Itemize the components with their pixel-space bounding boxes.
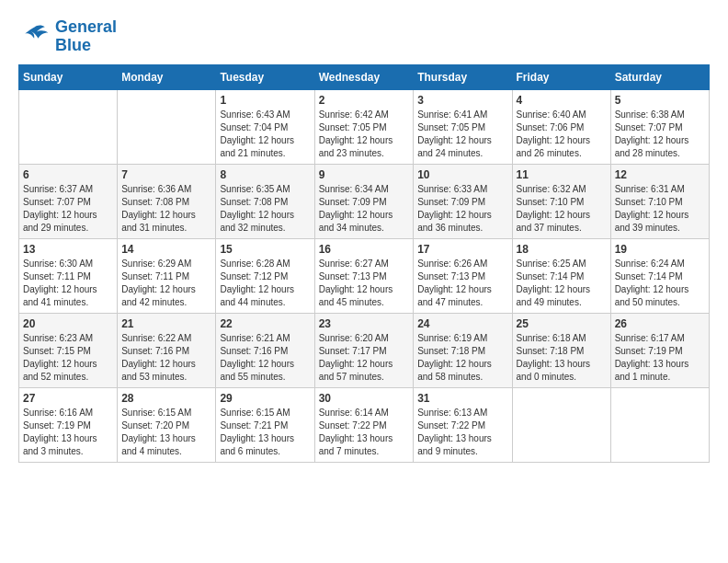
day-info: Sunrise: 6:37 AMSunset: 7:07 PMDaylight:… bbox=[23, 183, 113, 235]
calendar-cell: 30Sunrise: 6:14 AMSunset: 7:22 PMDayligh… bbox=[314, 387, 414, 462]
day-info: Sunrise: 6:42 AMSunset: 7:05 PMDaylight:… bbox=[319, 109, 410, 160]
day-info: Sunrise: 6:15 AMSunset: 7:21 PMDaylight:… bbox=[220, 407, 310, 458]
calendar-cell: 15Sunrise: 6:28 AMSunset: 7:12 PMDayligh… bbox=[216, 238, 314, 313]
day-info: Sunrise: 6:43 AMSunset: 7:04 PMDaylight:… bbox=[220, 109, 310, 160]
day-number: 30 bbox=[319, 392, 410, 405]
calendar-week-1: 1Sunrise: 6:43 AMSunset: 7:04 PMDaylight… bbox=[19, 89, 710, 164]
calendar-cell: 28Sunrise: 6:15 AMSunset: 7:20 PMDayligh… bbox=[118, 387, 216, 462]
logo-text: General Blue bbox=[55, 18, 117, 55]
day-number: 5 bbox=[615, 94, 705, 107]
calendar-week-4: 20Sunrise: 6:23 AMSunset: 7:15 PMDayligh… bbox=[19, 313, 710, 387]
calendar-cell: 29Sunrise: 6:15 AMSunset: 7:21 PMDayligh… bbox=[216, 387, 314, 462]
day-info: Sunrise: 6:33 AMSunset: 7:09 PMDaylight:… bbox=[417, 183, 507, 235]
calendar-cell: 20Sunrise: 6:23 AMSunset: 7:15 PMDayligh… bbox=[19, 313, 118, 387]
day-info: Sunrise: 6:14 AMSunset: 7:22 PMDaylight:… bbox=[319, 407, 410, 458]
calendar-cell: 19Sunrise: 6:24 AMSunset: 7:14 PMDayligh… bbox=[610, 238, 709, 313]
weekday-header-sunday: Sunday bbox=[19, 64, 118, 89]
day-number: 12 bbox=[615, 168, 705, 181]
weekday-header-thursday: Thursday bbox=[414, 64, 512, 89]
day-number: 3 bbox=[417, 94, 507, 107]
day-info: Sunrise: 6:15 AMSunset: 7:20 PMDaylight:… bbox=[121, 407, 211, 458]
calendar-cell bbox=[118, 89, 216, 164]
day-info: Sunrise: 6:22 AMSunset: 7:16 PMDaylight:… bbox=[121, 332, 211, 384]
logo-icon bbox=[18, 20, 51, 53]
calendar-cell: 4Sunrise: 6:40 AMSunset: 7:06 PMDaylight… bbox=[512, 89, 610, 164]
calendar-cell: 31Sunrise: 6:13 AMSunset: 7:22 PMDayligh… bbox=[414, 387, 512, 462]
calendar-cell: 21Sunrise: 6:22 AMSunset: 7:16 PMDayligh… bbox=[118, 313, 216, 387]
day-number: 19 bbox=[615, 243, 705, 256]
day-number: 10 bbox=[417, 168, 507, 181]
calendar-cell bbox=[512, 387, 610, 462]
calendar-cell bbox=[19, 89, 118, 164]
calendar-cell: 9Sunrise: 6:34 AMSunset: 7:09 PMDaylight… bbox=[314, 164, 414, 238]
day-number: 11 bbox=[517, 168, 607, 181]
day-number: 27 bbox=[23, 392, 113, 405]
day-info: Sunrise: 6:19 AMSunset: 7:18 PMDaylight:… bbox=[417, 332, 507, 384]
calendar-cell: 22Sunrise: 6:21 AMSunset: 7:16 PMDayligh… bbox=[216, 313, 314, 387]
day-info: Sunrise: 6:36 AMSunset: 7:08 PMDaylight:… bbox=[121, 183, 211, 235]
day-info: Sunrise: 6:24 AMSunset: 7:14 PMDaylight:… bbox=[615, 258, 705, 309]
day-info: Sunrise: 6:20 AMSunset: 7:17 PMDaylight:… bbox=[319, 332, 410, 384]
day-info: Sunrise: 6:13 AMSunset: 7:22 PMDaylight:… bbox=[417, 407, 507, 458]
day-number: 31 bbox=[417, 392, 507, 405]
day-number: 13 bbox=[23, 243, 113, 256]
day-number: 18 bbox=[517, 243, 607, 256]
day-number: 28 bbox=[121, 392, 211, 405]
day-info: Sunrise: 6:17 AMSunset: 7:19 PMDaylight:… bbox=[615, 332, 705, 384]
day-number: 8 bbox=[220, 168, 310, 181]
day-info: Sunrise: 6:38 AMSunset: 7:07 PMDaylight:… bbox=[615, 109, 705, 160]
day-number: 25 bbox=[517, 317, 607, 330]
day-info: Sunrise: 6:40 AMSunset: 7:06 PMDaylight:… bbox=[517, 109, 607, 160]
weekday-header-wednesday: Wednesday bbox=[314, 64, 414, 89]
calendar-cell: 13Sunrise: 6:30 AMSunset: 7:11 PMDayligh… bbox=[19, 238, 118, 313]
day-info: Sunrise: 6:29 AMSunset: 7:11 PMDaylight:… bbox=[121, 258, 211, 309]
calendar-cell: 24Sunrise: 6:19 AMSunset: 7:18 PMDayligh… bbox=[414, 313, 512, 387]
calendar-cell: 16Sunrise: 6:27 AMSunset: 7:13 PMDayligh… bbox=[314, 238, 414, 313]
calendar-cell: 12Sunrise: 6:31 AMSunset: 7:10 PMDayligh… bbox=[610, 164, 709, 238]
calendar-week-2: 6Sunrise: 6:37 AMSunset: 7:07 PMDaylight… bbox=[19, 164, 710, 238]
calendar-cell bbox=[610, 387, 709, 462]
calendar-cell: 18Sunrise: 6:25 AMSunset: 7:14 PMDayligh… bbox=[512, 238, 610, 313]
day-number: 4 bbox=[517, 94, 607, 107]
day-number: 20 bbox=[23, 317, 113, 330]
day-number: 1 bbox=[220, 94, 310, 107]
calendar-header: SundayMondayTuesdayWednesdayThursdayFrid… bbox=[19, 64, 710, 89]
calendar-table: SundayMondayTuesdayWednesdayThursdayFrid… bbox=[18, 64, 710, 463]
calendar-cell: 10Sunrise: 6:33 AMSunset: 7:09 PMDayligh… bbox=[414, 164, 512, 238]
calendar-week-3: 13Sunrise: 6:30 AMSunset: 7:11 PMDayligh… bbox=[19, 238, 710, 313]
day-info: Sunrise: 6:28 AMSunset: 7:12 PMDaylight:… bbox=[220, 258, 310, 309]
day-info: Sunrise: 6:25 AMSunset: 7:14 PMDaylight:… bbox=[517, 258, 607, 309]
calendar-cell: 14Sunrise: 6:29 AMSunset: 7:11 PMDayligh… bbox=[118, 238, 216, 313]
calendar-cell: 2Sunrise: 6:42 AMSunset: 7:05 PMDaylight… bbox=[314, 89, 414, 164]
calendar-cell: 6Sunrise: 6:37 AMSunset: 7:07 PMDaylight… bbox=[19, 164, 118, 238]
weekday-header-row: SundayMondayTuesdayWednesdayThursdayFrid… bbox=[19, 64, 710, 89]
day-info: Sunrise: 6:30 AMSunset: 7:11 PMDaylight:… bbox=[23, 258, 113, 309]
day-number: 7 bbox=[121, 168, 211, 181]
day-number: 22 bbox=[220, 317, 310, 330]
calendar-cell: 1Sunrise: 6:43 AMSunset: 7:04 PMDaylight… bbox=[216, 89, 314, 164]
day-info: Sunrise: 6:34 AMSunset: 7:09 PMDaylight:… bbox=[319, 183, 410, 235]
calendar-cell: 25Sunrise: 6:18 AMSunset: 7:18 PMDayligh… bbox=[512, 313, 610, 387]
calendar-cell: 5Sunrise: 6:38 AMSunset: 7:07 PMDaylight… bbox=[610, 89, 709, 164]
day-number: 29 bbox=[220, 392, 310, 405]
day-info: Sunrise: 6:31 AMSunset: 7:10 PMDaylight:… bbox=[615, 183, 705, 235]
page-header: General Blue bbox=[18, 18, 710, 55]
day-info: Sunrise: 6:21 AMSunset: 7:16 PMDaylight:… bbox=[220, 332, 310, 384]
logo: General Blue bbox=[18, 18, 117, 55]
day-info: Sunrise: 6:35 AMSunset: 7:08 PMDaylight:… bbox=[220, 183, 310, 235]
calendar-cell: 11Sunrise: 6:32 AMSunset: 7:10 PMDayligh… bbox=[512, 164, 610, 238]
calendar-week-5: 27Sunrise: 6:16 AMSunset: 7:19 PMDayligh… bbox=[19, 387, 710, 462]
day-info: Sunrise: 6:41 AMSunset: 7:05 PMDaylight:… bbox=[417, 109, 507, 160]
day-info: Sunrise: 6:27 AMSunset: 7:13 PMDaylight:… bbox=[319, 258, 410, 309]
calendar-cell: 27Sunrise: 6:16 AMSunset: 7:19 PMDayligh… bbox=[19, 387, 118, 462]
day-number: 6 bbox=[23, 168, 113, 181]
day-number: 17 bbox=[417, 243, 507, 256]
day-info: Sunrise: 6:23 AMSunset: 7:15 PMDaylight:… bbox=[23, 332, 113, 384]
day-info: Sunrise: 6:18 AMSunset: 7:18 PMDaylight:… bbox=[517, 332, 607, 384]
day-number: 14 bbox=[121, 243, 211, 256]
day-info: Sunrise: 6:16 AMSunset: 7:19 PMDaylight:… bbox=[23, 407, 113, 458]
calendar-cell: 17Sunrise: 6:26 AMSunset: 7:13 PMDayligh… bbox=[414, 238, 512, 313]
day-info: Sunrise: 6:26 AMSunset: 7:13 PMDaylight:… bbox=[417, 258, 507, 309]
calendar-cell: 8Sunrise: 6:35 AMSunset: 7:08 PMDaylight… bbox=[216, 164, 314, 238]
day-number: 15 bbox=[220, 243, 310, 256]
